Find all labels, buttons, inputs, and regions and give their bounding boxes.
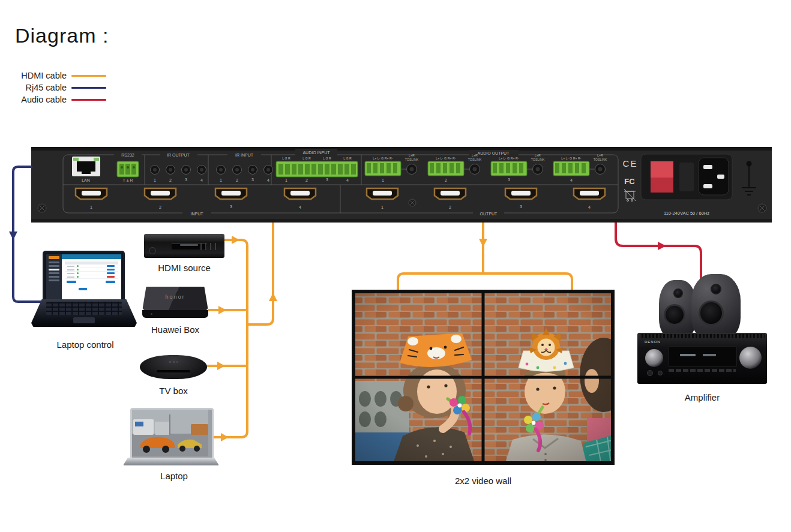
legend-item-rj45: Rj45 cable — [16, 82, 106, 94]
svg-text:L+ L- G R+ R-: L+ L- G R+ R- — [373, 157, 392, 160]
svg-text:2: 2 — [449, 205, 451, 209]
brand-text: honor — [142, 294, 208, 300]
svg-text:4: 4 — [570, 178, 573, 182]
status-led — [151, 313, 152, 315]
amplifier-device: DENON — [636, 272, 768, 386]
laptop-control-screen — [43, 251, 125, 302]
svg-text:T ± R: T ± R — [123, 178, 133, 182]
laptop-control-base — [31, 299, 137, 327]
speaker-left — [659, 280, 696, 339]
svg-text:2: 2 — [159, 205, 161, 209]
svg-text:L+ L- G R+ R-: L+ L- G R+ R- — [436, 157, 456, 160]
amplifier-label: Amplifier — [636, 392, 768, 402]
headphone-jack — [647, 370, 653, 376]
svg-text:TOSLINK: TOSLINK — [405, 158, 419, 161]
laptop-wallpaper — [132, 410, 208, 456]
svg-text:L+R: L+R — [472, 154, 478, 157]
speaker-right — [691, 274, 741, 340]
svg-text:L+R: L+R — [597, 154, 603, 157]
laptop-screen — [130, 408, 214, 462]
svg-text:2: 2 — [445, 178, 447, 182]
svg-text:CE: CE — [623, 158, 638, 169]
svg-text:4: 4 — [588, 205, 591, 209]
svg-text:4: 4 — [200, 178, 203, 182]
hdmi-cable-to-panel — [247, 223, 273, 324]
svg-text:RS232: RS232 — [121, 153, 134, 157]
power-button — [149, 247, 156, 254]
laptop-base — [123, 458, 219, 465]
input-knob — [645, 349, 663, 367]
iec-inlet — [699, 158, 729, 195]
setup-mic-jack — [658, 371, 663, 375]
fuse-holder — [679, 163, 694, 191]
video-wall-label: 2x2 video wall — [352, 476, 615, 486]
svg-text:L G R: L G R — [282, 157, 290, 160]
receiver-display — [669, 346, 737, 367]
legend-item-hdmi: HDMI cable — [16, 70, 106, 82]
laptop-label: Laptop — [126, 471, 222, 481]
svg-text:FC: FC — [624, 177, 635, 186]
control-web-ui — [46, 254, 121, 302]
svg-text:L G R: L G R — [302, 157, 311, 160]
svg-text:L+R: L+R — [535, 154, 541, 157]
rj45-cable-swatch — [71, 87, 106, 89]
tv-box-label: TV box — [140, 386, 207, 396]
svg-text:2: 2 — [236, 178, 238, 182]
svg-text:1: 1 — [382, 178, 384, 182]
svg-text:4: 4 — [346, 178, 349, 182]
legend-label: HDMI cable — [16, 71, 67, 80]
svg-text:L+ L- G R+ R-: L+ L- G R+ R- — [499, 157, 519, 160]
svg-text:110-240VAC 50 / 60Hz: 110-240VAC 50 / 60Hz — [664, 211, 709, 216]
diagram-page: Diagram : HDMI cable Rj45 cable Audio ca… — [0, 0, 791, 532]
control-ui-logo — [49, 256, 59, 259]
svg-text:3: 3 — [185, 178, 187, 182]
huawei-box-device: honor — [142, 287, 208, 320]
volume-knob — [739, 347, 762, 369]
legend-label: Audio cable — [16, 95, 67, 104]
matrix-rear-panel: LAN RS232 T ± R IR OUTPUT 1 2 3 4 IR INP… — [31, 147, 772, 223]
svg-text:3: 3 — [326, 178, 328, 182]
svg-text:LAN: LAN — [82, 178, 90, 182]
huawei-box-label: Huawei Box — [142, 324, 208, 335]
legend-item-audio: Audio cable — [16, 94, 106, 106]
receiver-brand: DENON — [645, 340, 661, 344]
svg-text:4: 4 — [267, 178, 269, 182]
svg-text:L+R: L+R — [409, 154, 415, 157]
svg-text:3: 3 — [520, 205, 522, 209]
svg-text:1: 1 — [154, 178, 156, 182]
cable-legend: HDMI cable Rj45 cable Audio cable — [16, 70, 106, 106]
keyboard — [46, 302, 122, 315]
svg-text:IR INPUT: IR INPUT — [235, 153, 254, 157]
audio-cable-swatch — [71, 99, 106, 101]
laptop-control-label: Laptop control — [37, 339, 133, 350]
svg-text:L G R: L G R — [323, 157, 331, 160]
svg-text:INPUT: INPUT — [191, 212, 204, 216]
svg-text:4: 4 — [299, 205, 301, 209]
svg-text:IR OUTPUT: IR OUTPUT — [167, 153, 190, 157]
tv-box-device — [140, 355, 207, 379]
control-ui-sidebar — [46, 254, 62, 302]
video-wall — [352, 290, 615, 465]
hdmi-source-label: HDMI source — [144, 263, 224, 273]
svg-text:L+ L- G R+ R-: L+ L- G R+ R- — [561, 157, 581, 160]
video-wall-image — [352, 290, 615, 465]
svg-text:2: 2 — [169, 178, 172, 182]
svg-text:TOSLINK: TOSLINK — [531, 158, 545, 161]
svg-text:1: 1 — [90, 205, 92, 209]
svg-text:1: 1 — [220, 178, 222, 182]
svg-text:1: 1 — [381, 205, 383, 209]
control-ui-content — [62, 254, 121, 302]
hdmi-cable-swatch — [71, 75, 106, 77]
svg-text:OUTPUT: OUTPUT — [480, 212, 498, 216]
hdmi-source-device — [144, 234, 224, 258]
svg-text:3: 3 — [251, 178, 254, 182]
svg-text:AUDIO OUTPUT: AUDIO OUTPUT — [478, 151, 510, 155]
svg-text:1: 1 — [285, 178, 287, 182]
svg-text:TOSLINK: TOSLINK — [594, 158, 607, 161]
svg-text:2: 2 — [305, 178, 308, 182]
svg-text:3: 3 — [230, 205, 232, 209]
touchpad — [73, 317, 94, 323]
svg-text:3: 3 — [508, 178, 510, 182]
av-receiver: DENON — [637, 333, 767, 384]
legend-label: Rj45 cable — [16, 83, 67, 92]
